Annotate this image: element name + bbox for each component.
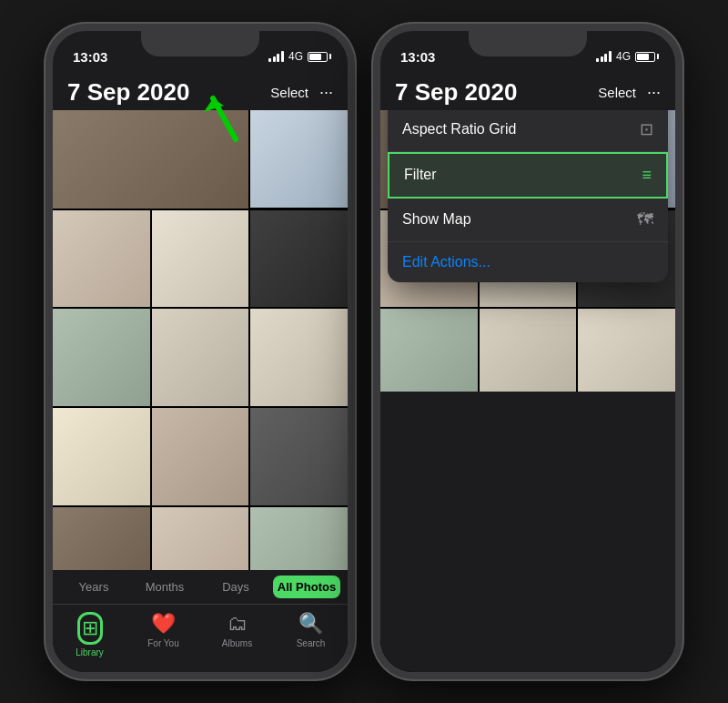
aspect-ratio-label: Aspect Ratio Grid <box>402 121 516 138</box>
tab-albums-label: Albums <box>222 638 252 648</box>
filter-label: Filter <box>404 167 437 183</box>
menu-item-show-map[interactable]: Show Map 🗺 <box>388 199 668 242</box>
grid-item[interactable]: 0:10 <box>152 507 249 570</box>
grid-item[interactable] <box>53 507 150 570</box>
time-1: 13:03 <box>73 49 107 65</box>
battery-icon-2 <box>635 52 655 62</box>
app-header-1: 7 Sep 2020 Select ··· <box>53 71 348 110</box>
select-button-1[interactable]: Select <box>270 85 308 100</box>
status-bar-1: 13:03 4G <box>53 31 348 71</box>
library-icon: ⊞ <box>82 616 98 639</box>
segment-years[interactable]: Years <box>60 576 127 598</box>
grid-item[interactable] <box>53 210 150 308</box>
signal-icon <box>268 51 284 62</box>
tab-library[interactable]: ⊞ Library <box>53 612 126 657</box>
grid-item[interactable] <box>250 110 348 208</box>
app-header-2: 7 Sep 2020 Select ··· <box>380 71 675 110</box>
select-button-2[interactable]: Select <box>598 85 636 100</box>
grid-item[interactable] <box>53 110 248 209</box>
grid-item[interactable] <box>380 309 478 391</box>
menu-item-edit-actions[interactable]: Edit Actions... <box>388 242 668 282</box>
grid-item[interactable]: Enjoying the play area on the farm <box>250 507 348 570</box>
battery-icon-1 <box>308 52 328 62</box>
network-label-1: 4G <box>288 50 303 63</box>
grid-item[interactable] <box>250 408 348 505</box>
segment-bar: Years Months Days All Photos <box>53 570 348 604</box>
tab-search-label: Search <box>297 638 326 648</box>
screen-2: 7 Sep 2020 Select ··· <box>380 71 675 672</box>
tab-section-1: Years Months Days All Photos ⊞ Library ❤… <box>53 570 348 672</box>
tab-albums[interactable]: 🗂 Albums <box>200 612 274 657</box>
edit-actions-label: Edit Actions... <box>402 254 490 270</box>
page-title-1: 7 Sep 2020 <box>67 78 189 107</box>
more-button-2[interactable]: ··· <box>647 83 661 102</box>
grid-item[interactable] <box>250 309 348 406</box>
show-map-icon: 🗺 <box>637 210 653 229</box>
grid-item[interactable] <box>152 408 249 505</box>
tab-search[interactable]: 🔍 Search <box>274 612 348 657</box>
screen-1: 7 Sep 2020 Select ··· <box>53 71 348 672</box>
bottom-area-2 <box>380 392 675 673</box>
status-icons-2: 4G <box>596 50 655 63</box>
network-label-2: 4G <box>616 50 631 63</box>
tab-library-label: Library <box>76 647 104 657</box>
status-bar-2: 13:03 4G <box>380 31 675 71</box>
context-menu: All Photos ✕ Zoom In ⊕ Zoom Out ⊖ Aspect… <box>388 110 668 282</box>
grid-item[interactable] <box>152 309 249 406</box>
search-icon: 🔍 <box>298 612 323 636</box>
grid-item[interactable] <box>480 309 577 391</box>
filter-icon: ≡ <box>642 166 652 185</box>
grid-item[interactable] <box>53 309 150 406</box>
header-actions-2: Select ··· <box>598 83 661 102</box>
tab-bar-1: ⊞ Library ❤️ For You 🗂 Albums 🔍 Search <box>53 604 348 672</box>
header-actions-1: Select ··· <box>270 83 333 102</box>
more-button-1[interactable]: ··· <box>319 83 333 102</box>
segment-months[interactable]: Months <box>131 576 198 598</box>
show-map-label: Show Map <box>402 211 471 228</box>
photo-grid-2: All Photos ✕ Zoom In ⊕ Zoom Out ⊖ Aspect… <box>380 110 675 392</box>
photo-grid-1: 0:10 Enjoying the play area on the farm <box>53 110 348 570</box>
menu-item-filter[interactable]: Filter ≡ <box>388 152 668 199</box>
segment-allphotos[interactable]: All Photos <box>273 576 340 598</box>
grid-item[interactable] <box>152 210 249 308</box>
albums-icon: 🗂 <box>228 612 248 636</box>
phone-2: 13:03 4G 7 Sep 2020 Select ··· <box>373 24 682 679</box>
aspect-ratio-icon: ⊡ <box>640 119 653 139</box>
grid-item[interactable] <box>53 408 150 505</box>
segment-days[interactable]: Days <box>202 576 269 598</box>
signal-icon-2 <box>596 51 612 62</box>
foryou-icon: ❤️ <box>151 612 176 636</box>
grid-container-1: 0:10 Enjoying the play area on the farm <box>53 110 348 570</box>
grid-item[interactable] <box>578 309 675 391</box>
page-title-2: 7 Sep 2020 <box>395 78 517 107</box>
status-icons-1: 4G <box>268 50 328 63</box>
tab-foryou-label: For You <box>147 638 178 648</box>
menu-item-aspect-ratio[interactable]: Aspect Ratio Grid ⊡ <box>388 110 668 152</box>
time-2: 13:03 <box>400 49 435 65</box>
grid-item[interactable] <box>250 210 348 308</box>
phone-1: 13:03 4G 7 Sep 2020 Select ··· <box>46 24 355 679</box>
tab-foryou[interactable]: ❤️ For You <box>126 612 200 657</box>
